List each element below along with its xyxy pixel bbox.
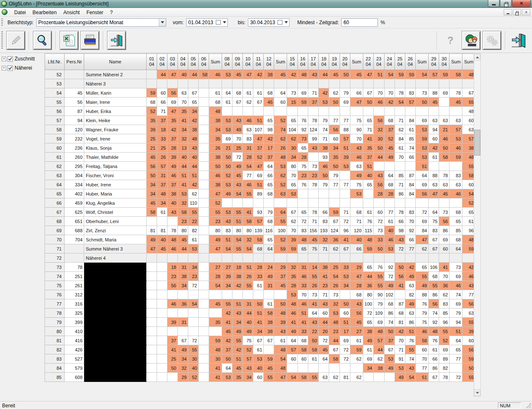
value-cell: 63: [450, 180, 462, 189]
restore-button[interactable]: [500, 0, 512, 7]
toolbar-gripper[interactable]: [1, 18, 3, 27]
value-cell: 70: [395, 153, 405, 162]
value-cell: 61: [350, 336, 363, 345]
column-header[interactable]: 0204: [157, 54, 167, 70]
checkbox-checked-icon[interactable]: [7, 65, 13, 71]
resize-grip-icon[interactable]: [526, 403, 531, 408]
column-header[interactable]: 1604: [297, 54, 308, 70]
value-cell: 34: [222, 281, 232, 290]
column-header[interactable]: 0104: [147, 54, 157, 70]
chevron-down-icon[interactable]: [223, 21, 226, 23]
column-header[interactable]: 2004: [340, 54, 350, 70]
table-row: 53Näherei 3: [45, 79, 475, 88]
column-header[interactable]: Sum: [350, 54, 363, 70]
berichtstyp-select[interactable]: Prozentuale Leistungsübersicht Monat: [36, 18, 166, 27]
column-header[interactable]: Pers.Nr: [65, 54, 84, 70]
vom-date-field[interactable]: 01.04.2013: [186, 18, 228, 27]
scroll-up-button[interactable]: [474, 54, 480, 60]
value-cell: 61: [428, 153, 439, 162]
column-header[interactable]: 1904: [329, 54, 340, 70]
tree-item-zuschnitt[interactable]: +Zuschnitt: [1, 54, 43, 63]
column-header[interactable]: Name: [84, 54, 147, 70]
value-cell: [243, 107, 253, 116]
column-header[interactable]: 1804: [319, 54, 329, 70]
column-header[interactable]: Lfd.Nr.: [45, 54, 65, 70]
value-cell: 85: [395, 171, 405, 180]
excel-export-button[interactable]: [60, 31, 78, 50]
column-header[interactable]: 1504: [287, 54, 297, 70]
value-cell: 69: [167, 98, 178, 107]
chevron-down-icon[interactable]: [285, 21, 288, 23]
scrollbar-thumb[interactable]: [474, 130, 480, 156]
column-header[interactable]: 2204: [363, 54, 373, 70]
column-header[interactable]: 2604: [405, 54, 415, 70]
table-row: 61260Thaler, Mathilde4526394040385072285…: [45, 153, 475, 162]
column-header[interactable]: 0604: [199, 54, 209, 70]
exit-report-button[interactable]: [107, 31, 126, 50]
value-cell: 50: [308, 336, 318, 345]
column-header[interactable]: 3004: [439, 54, 450, 70]
value-cell: 70: [287, 171, 297, 180]
column-header[interactable]: 2304: [374, 54, 384, 70]
column-header[interactable]: 0304: [167, 54, 178, 70]
checkbox-checked-icon[interactable]: [7, 56, 13, 62]
redacted-name-cell: [84, 354, 147, 364]
row-number: 84: [45, 364, 65, 373]
print-button[interactable]: [81, 31, 99, 50]
value-cell: [167, 79, 178, 88]
value-cell: 61: [363, 345, 373, 354]
column-header[interactable]: 2404: [384, 54, 395, 70]
menu-bearbeiten[interactable]: Bearbeiten: [29, 9, 60, 16]
expand-icon[interactable]: +: [2, 66, 6, 70]
value-cell: 64: [287, 336, 297, 345]
settings-button[interactable]: [483, 31, 501, 50]
mdi-child-icon[interactable]: [2, 9, 7, 15]
expand-icon[interactable]: +: [2, 57, 6, 61]
about-button[interactable]: [462, 31, 480, 50]
value-cell: 69: [340, 98, 350, 107]
column-header[interactable]: 0504: [188, 54, 199, 70]
value-cell: [147, 217, 157, 226]
status-bar: Bereit NUM: [0, 401, 532, 409]
column-header[interactable]: 1104: [253, 54, 264, 70]
column-header[interactable]: Sum: [415, 54, 428, 70]
bis-date-field[interactable]: 30.04.2013: [248, 18, 290, 27]
menu-fenster[interactable]: Fenster: [83, 9, 107, 16]
column-header[interactable]: 2904: [428, 54, 439, 70]
pers-nr-cell: 316: [65, 299, 84, 309]
scroll-down-button[interactable]: [474, 389, 480, 396]
mdi-close-button[interactable]: ×: [522, 9, 530, 15]
help-button[interactable]: ?: [441, 31, 460, 50]
toolbar-gripper[interactable]: [1, 31, 3, 50]
column-header[interactable]: Sum: [274, 54, 287, 70]
menu-ansicht[interactable]: Ansicht: [60, 9, 83, 16]
mdi-restore-button[interactable]: [513, 9, 521, 15]
tree-item-näherei[interactable]: +Näherei: [1, 63, 43, 73]
column-header[interactable]: 1704: [308, 54, 318, 70]
minimize-button[interactable]: [488, 0, 500, 7]
exit-app-button[interactable]: [510, 31, 528, 50]
value-cell: 52: [439, 336, 450, 345]
column-header[interactable]: 0404: [178, 54, 188, 70]
value-cell: [157, 336, 167, 345]
value-cell: [157, 299, 167, 309]
column-header[interactable]: Sum: [209, 54, 222, 70]
column-header[interactable]: Sum: [450, 54, 462, 70]
value-cell: [439, 198, 450, 208]
close-button[interactable]: ×: [512, 0, 531, 7]
column-header[interactable]: 1204: [264, 54, 274, 70]
value-cell: [243, 290, 253, 299]
menu-datei[interactable]: Datei: [11, 9, 29, 16]
menu-?[interactable]: ?: [107, 9, 116, 16]
column-header[interactable]: 0904: [232, 54, 243, 70]
column-header[interactable]: 2504: [395, 54, 405, 70]
edit-button[interactable]: [7, 31, 25, 50]
column-header[interactable]: 0804: [222, 54, 232, 70]
column-header[interactable]: 1004: [243, 54, 253, 70]
zeitgrad-input[interactable]: 60: [341, 18, 378, 27]
preview-button[interactable]: [33, 31, 52, 50]
mdi-minimize-button[interactable]: [504, 9, 512, 15]
combo-arrow-button[interactable]: [159, 19, 166, 26]
value-cell: [287, 253, 297, 263]
table-scrollbar[interactable]: [474, 53, 481, 396]
